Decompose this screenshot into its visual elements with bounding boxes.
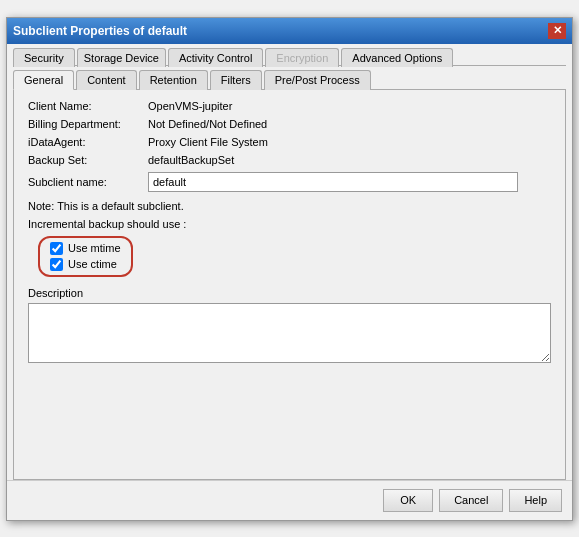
tab-advanced-options[interactable]: Advanced Options <box>341 48 453 67</box>
tab-filters[interactable]: Filters <box>210 70 262 90</box>
billing-dept-value: Not Defined/Not Defined <box>148 118 267 130</box>
subclient-name-input[interactable] <box>148 172 518 192</box>
button-bar: OK Cancel Help <box>7 480 572 520</box>
billing-dept-row: Billing Department: Not Defined/Not Defi… <box>28 118 551 130</box>
tab-security[interactable]: Security <box>13 48 75 67</box>
ok-button[interactable]: OK <box>383 489 433 512</box>
tab-storage-device[interactable]: Storage Device <box>77 48 166 67</box>
tab-retention[interactable]: Retention <box>139 70 208 90</box>
main-window: Subclient Properties of default ✕ Securi… <box>6 17 573 521</box>
client-name-value: OpenVMS-jupiter <box>148 100 232 112</box>
window-title: Subclient Properties of default <box>13 24 187 38</box>
backup-set-label: Backup Set: <box>28 154 148 166</box>
tab-general[interactable]: General <box>13 70 74 90</box>
note-text: Note: This is a default subclient. <box>28 200 551 212</box>
tab-row-1: Security Storage Device Activity Control… <box>13 44 566 66</box>
idataagent-value: Proxy Client File System <box>148 136 268 148</box>
cancel-button[interactable]: Cancel <box>439 489 503 512</box>
tab-activity-control[interactable]: Activity Control <box>168 48 263 67</box>
client-name-label: Client Name: <box>28 100 148 112</box>
use-mtime-label[interactable]: Use mtime <box>68 242 121 254</box>
use-ctime-row: Use ctime <box>50 258 121 271</box>
subclient-name-label: Subclient name: <box>28 176 148 188</box>
backup-set-value: defaultBackupSet <box>148 154 234 166</box>
idataagent-label: iDataAgent: <box>28 136 148 148</box>
description-textarea[interactable] <box>28 303 551 363</box>
description-label: Description <box>28 287 551 299</box>
subclient-name-row: Subclient name: <box>28 172 551 192</box>
tab-content[interactable]: Content <box>76 70 137 90</box>
billing-dept-label: Billing Department: <box>28 118 148 130</box>
use-mtime-checkbox[interactable] <box>50 242 63 255</box>
use-mtime-row: Use mtime <box>50 242 121 255</box>
tab-row-2: General Content Retention Filters Pre/Po… <box>13 65 566 90</box>
titlebar: Subclient Properties of default ✕ <box>7 18 572 44</box>
use-ctime-label[interactable]: Use ctime <box>68 258 117 270</box>
idataagent-row: iDataAgent: Proxy Client File System <box>28 136 551 148</box>
checkbox-group: Use mtime Use ctime <box>38 236 133 277</box>
tab-encryption: Encryption <box>265 48 339 67</box>
use-ctime-checkbox[interactable] <box>50 258 63 271</box>
client-name-row: Client Name: OpenVMS-jupiter <box>28 100 551 112</box>
incremental-label: Incremental backup should use : <box>28 218 551 230</box>
help-button[interactable]: Help <box>509 489 562 512</box>
close-button[interactable]: ✕ <box>548 23 566 39</box>
content-area: Client Name: OpenVMS-jupiter Billing Dep… <box>13 90 566 480</box>
backup-set-row: Backup Set: defaultBackupSet <box>28 154 551 166</box>
tab-pre-post-process[interactable]: Pre/Post Process <box>264 70 371 90</box>
